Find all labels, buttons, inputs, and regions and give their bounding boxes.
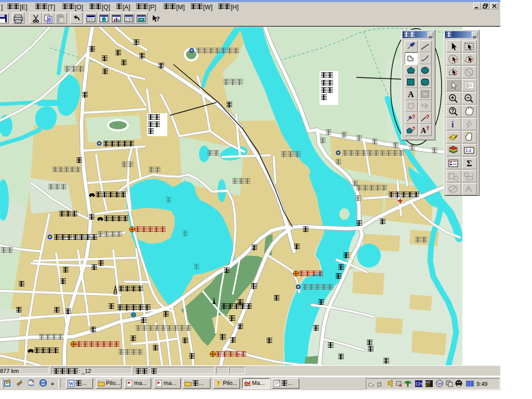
svg-text:PY: PY (425, 384, 430, 387)
svg-text:Σ: Σ (467, 159, 472, 168)
svg-text:W: W (69, 381, 74, 387)
svg-text:?: ? (451, 108, 454, 114)
svg-text:i: i (451, 120, 454, 129)
svg-text:CH: CH (416, 381, 422, 387)
svg-text:?: ? (426, 114, 429, 120)
svg-text:?: ? (412, 114, 415, 120)
svg-text:2: 2 (472, 172, 474, 177)
svg-text:?: ? (217, 381, 220, 387)
svg-text:?: ? (156, 15, 160, 22)
svg-text:1.2: 1.2 (466, 148, 472, 153)
svg-text:A: A (408, 90, 414, 99)
svg-text:?: ? (426, 126, 429, 131)
svg-text:?: ? (412, 126, 415, 132)
